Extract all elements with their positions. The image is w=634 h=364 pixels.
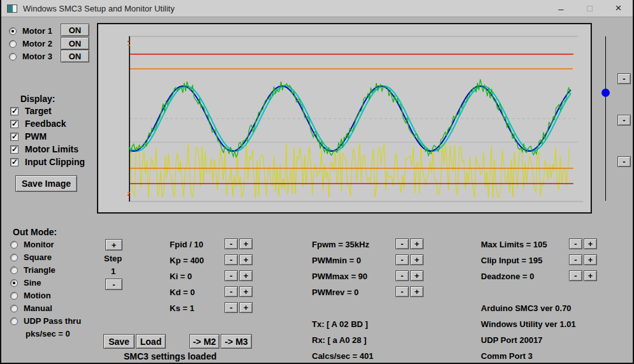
copy-to-m2-button[interactable]: -> M2 (189, 334, 219, 349)
save-image-button[interactable]: Save Image (15, 175, 77, 192)
out-mode-triangle-label: Triangle (24, 265, 55, 275)
display-target-checkbox[interactable]: Target (10, 106, 52, 116)
out-mode-triangle-radio[interactable]: Triangle (10, 265, 55, 275)
out-mode-motion-label: Motion (24, 291, 51, 300)
scope-plot-svg (98, 24, 591, 212)
scale-minus-button-2[interactable]: - (617, 115, 631, 126)
scale-minus-button-3[interactable]: - (617, 156, 631, 167)
copy-to-m3-button[interactable]: -> M3 (221, 334, 252, 349)
ki-minus-button[interactable]: - (225, 270, 238, 281)
rx-readout: Rx: [ a A0 28 ] (312, 335, 367, 345)
radio-icon[interactable] (10, 266, 18, 274)
scope-plot (97, 23, 592, 214)
checkbox-icon[interactable] (10, 133, 18, 141)
maximize-button (575, 0, 604, 17)
minimize-button[interactable]: – (547, 0, 575, 17)
checkbox-icon[interactable] (10, 145, 18, 154)
motor-3-on-button[interactable]: ON (61, 50, 89, 62)
display-target-label: Target (25, 106, 52, 116)
pwmrev-label: PWMrev = 0 (312, 288, 358, 297)
kd-plus-button[interactable]: + (239, 286, 253, 297)
ks-plus-button[interactable]: + (239, 302, 253, 313)
ks-minus-button[interactable]: - (225, 302, 238, 313)
max-limits-plus-button[interactable]: + (584, 238, 597, 249)
scale-minus-button-1[interactable]: - (617, 73, 631, 84)
kp-minus-button[interactable]: - (225, 254, 238, 265)
fpid-label: Fpid / 10 (170, 240, 203, 249)
max-limits-label: Max Limits = 105 (481, 240, 547, 249)
close-button[interactable]: × (604, 0, 633, 17)
checkbox-icon[interactable] (10, 158, 18, 166)
app-window: Windows SMC3 Setup and Monitor Utility –… (0, 0, 634, 364)
radio-icon[interactable] (9, 53, 17, 61)
app-icon (7, 4, 17, 13)
display-feedback-checkbox[interactable]: Feedback (10, 119, 66, 129)
pwmmax-plus-button[interactable]: + (410, 270, 424, 281)
max-limits-minus-button[interactable]: - (569, 238, 582, 249)
motor-2-radio[interactable]: Motor 2 (9, 39, 52, 48)
display-motor-limits-checkbox[interactable]: Motor Limits (10, 144, 78, 154)
fpid-minus-button[interactable]: - (225, 238, 238, 249)
save-button[interactable]: Save (103, 334, 135, 349)
out-mode-square-radio[interactable]: Square (10, 252, 52, 262)
out-mode-udp-radio[interactable]: UDP Pass thru (10, 316, 81, 326)
kd-minus-button[interactable]: - (225, 286, 238, 297)
pwmmax-minus-button[interactable]: - (395, 270, 409, 281)
radio-icon[interactable] (10, 279, 18, 287)
radio-icon[interactable] (10, 317, 18, 325)
settings-status-text: SMC3 settings loaded (124, 351, 216, 361)
fpwm-minus-button[interactable]: - (395, 238, 409, 249)
calcs-per-sec-readout: Calcs/sec = 401 (312, 351, 374, 361)
display-pwm-checkbox[interactable]: PWM (10, 131, 47, 142)
motor-1-label: Motor 1 (22, 26, 52, 36)
clip-input-plus-button[interactable]: + (584, 254, 597, 265)
out-mode-manual-radio[interactable]: Manual (10, 303, 52, 313)
comm-port-label: Comm Port 3 (481, 351, 533, 361)
out-mode-monitor-label: Monitor (24, 240, 54, 249)
radio-icon[interactable] (9, 40, 17, 48)
deadzone-plus-button[interactable]: + (584, 270, 597, 281)
motor-3-label: Motor 3 (22, 52, 52, 61)
radio-icon[interactable] (10, 292, 18, 300)
fpid-plus-button[interactable]: + (239, 238, 253, 249)
fpwm-label: Fpwm = 35kHz (312, 240, 369, 249)
titlebar: Windows SMC3 Setup and Monitor Utility –… (1, 0, 633, 17)
display-input-clipping-checkbox[interactable]: Input Clipping (10, 157, 85, 167)
out-mode-sine-label: Sine (24, 278, 41, 288)
display-feedback-label: Feedback (25, 119, 66, 129)
fpwm-plus-button[interactable]: + (410, 238, 424, 249)
display-input-clipping-label: Input Clipping (25, 157, 85, 167)
ki-plus-button[interactable]: + (239, 270, 253, 281)
display-section-label: Display: (20, 94, 55, 104)
arduino-version-label: Arduino SMC3 ver 0.70 (481, 303, 571, 313)
step-plus-button[interactable]: + (105, 239, 122, 251)
motor-1-on-button[interactable]: ON (61, 24, 89, 36)
radio-icon[interactable] (10, 254, 18, 261)
checkbox-icon[interactable] (10, 120, 18, 128)
radio-icon[interactable] (9, 27, 17, 35)
radio-icon[interactable] (10, 305, 18, 312)
out-mode-sine-radio[interactable]: Sine (10, 278, 41, 288)
pwmrev-minus-button[interactable]: - (395, 286, 409, 297)
checkbox-icon[interactable] (10, 107, 18, 115)
scale-slider-track[interactable] (605, 36, 606, 201)
pwmmin-label: PWMmin = 0 (312, 256, 361, 265)
clip-input-minus-button[interactable]: - (569, 254, 582, 265)
pks-per-sec-label: pks/sec = 0 (26, 329, 70, 339)
maximize-icon (587, 6, 593, 11)
motor-2-on-button[interactable]: ON (61, 37, 89, 50)
out-mode-motion-radio[interactable]: Motion (10, 291, 51, 300)
scale-slider-handle[interactable] (601, 89, 610, 97)
out-mode-monitor-radio[interactable]: Monitor (10, 240, 54, 249)
pwmmin-minus-button[interactable]: - (395, 254, 409, 265)
pwmrev-plus-button[interactable]: + (410, 286, 424, 297)
motor-3-radio[interactable]: Motor 3 (9, 52, 52, 61)
pwmmin-plus-button[interactable]: + (410, 254, 424, 265)
deadzone-minus-button[interactable]: - (569, 270, 582, 281)
load-button[interactable]: Load (136, 334, 166, 349)
ks-label: Ks = 1 (170, 303, 195, 313)
radio-icon[interactable] (10, 241, 18, 249)
step-minus-button[interactable]: - (105, 279, 122, 290)
kp-plus-button[interactable]: + (239, 254, 253, 265)
motor-1-radio[interactable]: Motor 1 (9, 26, 52, 36)
